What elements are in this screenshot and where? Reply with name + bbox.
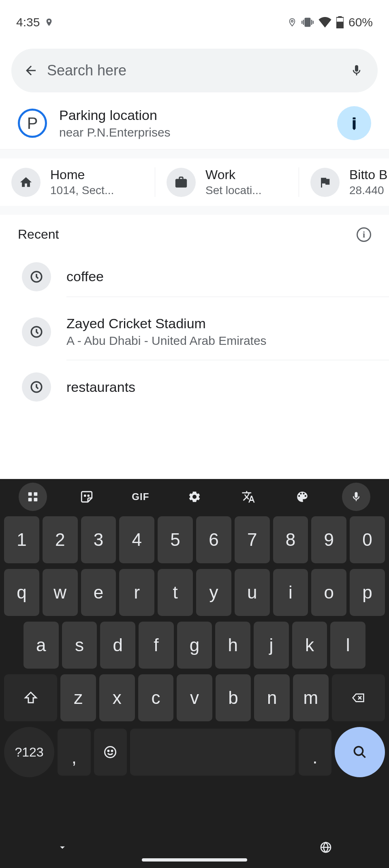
key-a[interactable]: a xyxy=(24,622,59,669)
key-t[interactable]: t xyxy=(158,569,193,616)
edit-parking-button[interactable] xyxy=(330,99,378,148)
recent-label: Zayed Cricket Stadium xyxy=(66,316,377,331)
key-9[interactable]: 9 xyxy=(311,516,346,563)
key-z[interactable]: z xyxy=(60,674,96,721)
svg-point-13 xyxy=(105,747,116,758)
key-c[interactable]: c xyxy=(138,674,174,721)
back-button[interactable] xyxy=(23,62,39,79)
kb-settings-icon[interactable] xyxy=(180,483,209,511)
key-emoji[interactable] xyxy=(94,729,127,776)
key-3[interactable]: 3 xyxy=(81,516,116,563)
kb-mic-icon[interactable] xyxy=(342,483,370,511)
location-icon xyxy=(45,16,53,28)
info-icon[interactable] xyxy=(357,227,371,242)
key-x[interactable]: x xyxy=(99,674,135,721)
search-input[interactable]: Search here xyxy=(47,62,350,79)
key-m[interactable]: m xyxy=(293,674,329,721)
recent-sub: A - Abu Dhabi - United Arab Emirates xyxy=(66,334,377,348)
key-b[interactable]: b xyxy=(216,674,251,721)
recent-label: coffee xyxy=(66,269,377,284)
svg-point-15 xyxy=(111,750,113,752)
svg-point-14 xyxy=(108,750,109,752)
key-w[interactable]: w xyxy=(43,569,78,616)
svg-rect-9 xyxy=(28,498,32,502)
shift-icon xyxy=(24,691,38,705)
key-g[interactable]: g xyxy=(177,622,212,669)
key-4[interactable]: 4 xyxy=(119,516,154,563)
chevron-down-icon[interactable] xyxy=(57,842,68,853)
key-comma[interactable]: , xyxy=(58,729,91,776)
key-2[interactable]: 2 xyxy=(43,516,78,563)
key-1[interactable]: 1 xyxy=(4,516,39,563)
globe-icon[interactable] xyxy=(319,841,332,854)
kb-translate-icon[interactable] xyxy=(234,483,263,511)
key-space[interactable] xyxy=(130,729,295,776)
key-8[interactable]: 8 xyxy=(273,516,308,563)
kb-asdf-row: a s d f g h j k l xyxy=(4,622,385,669)
key-k[interactable]: k xyxy=(292,622,327,669)
key-o[interactable]: o xyxy=(311,569,346,616)
key-r[interactable]: r xyxy=(119,569,154,616)
shortcut-custom[interactable]: Bitto B 28.440 xyxy=(299,167,389,197)
kb-zxcv-row: z x c v b n m xyxy=(4,674,385,721)
key-j[interactable]: j xyxy=(254,622,289,669)
shortcut-subtitle: Set locati... xyxy=(205,184,262,197)
svg-point-0 xyxy=(291,20,293,22)
key-0[interactable]: 0 xyxy=(350,516,385,563)
shortcuts-row: Home 1014, Sect... Work Set locati... Bi… xyxy=(0,158,389,206)
nav-handle[interactable] xyxy=(142,858,247,862)
kb-apps-icon[interactable] xyxy=(19,483,47,511)
key-e[interactable]: e xyxy=(81,569,116,616)
svg-rect-8 xyxy=(34,492,37,496)
shortcut-home[interactable]: Home 1014, Sect... xyxy=(11,167,155,197)
arrow-back-icon xyxy=(24,63,38,78)
key-v[interactable]: v xyxy=(177,674,212,721)
key-backspace[interactable] xyxy=(332,674,385,721)
key-h[interactable]: h xyxy=(215,622,250,669)
voice-search-button[interactable] xyxy=(350,62,366,79)
emoji-icon xyxy=(103,745,118,759)
parking-title: Parking location xyxy=(59,107,325,123)
kb-sticker-icon[interactable] xyxy=(73,483,101,511)
key-n[interactable]: n xyxy=(254,674,290,721)
mic-icon xyxy=(350,62,363,79)
wifi-icon xyxy=(318,17,331,28)
shortcut-title: Work xyxy=(205,167,262,182)
key-5[interactable]: 5 xyxy=(158,516,193,563)
shortcut-subtitle: 28.440 xyxy=(349,184,387,197)
key-s[interactable]: s xyxy=(62,622,97,669)
parking-location-row[interactable]: P Parking location near P.N.Enterprises xyxy=(0,97,389,150)
key-d[interactable]: d xyxy=(100,622,135,669)
key-f[interactable]: f xyxy=(139,622,174,669)
key-7[interactable]: 7 xyxy=(235,516,270,563)
key-l[interactable]: l xyxy=(330,622,365,669)
recent-header: Recent xyxy=(0,215,389,250)
kb-palette-icon[interactable] xyxy=(288,483,316,511)
status-bar: 4:35 60% xyxy=(0,0,389,45)
clock-icon xyxy=(22,262,51,291)
key-u[interactable]: u xyxy=(235,569,270,616)
flag-icon xyxy=(310,168,340,197)
recent-item[interactable]: coffee xyxy=(0,250,389,304)
key-search[interactable] xyxy=(335,727,385,777)
kb-number-row: 1 2 3 4 5 6 7 8 9 0 xyxy=(4,516,385,563)
shortcut-work[interactable]: Work Set locati... xyxy=(155,167,299,197)
clock-icon xyxy=(22,317,51,346)
recent-item[interactable]: restaurants xyxy=(0,360,389,414)
key-period[interactable]: . xyxy=(299,729,332,776)
key-y[interactable]: y xyxy=(196,569,231,616)
key-q[interactable]: q xyxy=(4,569,39,616)
key-mode[interactable]: ?123 xyxy=(4,727,54,777)
key-p[interactable]: p xyxy=(350,569,385,616)
search-bar[interactable]: Search here xyxy=(11,49,378,92)
recent-item[interactable]: Zayed Cricket Stadium A - Abu Dhabi - Un… xyxy=(0,304,389,360)
vibrate-icon xyxy=(301,16,314,28)
kb-gif-button[interactable]: GIF xyxy=(126,483,155,511)
svg-point-16 xyxy=(355,747,363,755)
key-6[interactable]: 6 xyxy=(196,516,231,563)
kb-qwerty-row: q w e r t y u i o p xyxy=(4,569,385,616)
key-i[interactable]: i xyxy=(273,569,308,616)
key-shift[interactable] xyxy=(4,674,57,721)
svg-rect-7 xyxy=(28,492,32,496)
svg-point-12 xyxy=(88,495,89,496)
